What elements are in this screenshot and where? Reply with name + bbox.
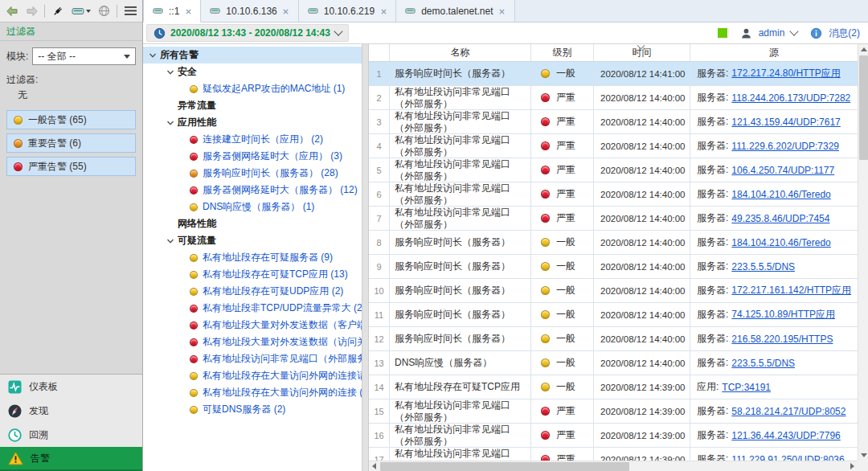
source-link[interactable]: 184.104.210.46/Teredo [731,189,830,200]
scroll-right-icon[interactable] [847,461,858,471]
source-link[interactable]: 184.104.210.46/Teredo [731,237,830,248]
table-row[interactable]: 6 私有地址段访问非常见端口（外部服务） 严重 2020/08/12 14:40… [369,182,858,207]
tree-item[interactable]: 私有地址段存在可疑UDP应用 (2) [143,283,362,300]
close-icon[interactable] [379,6,387,16]
severity-dot [541,334,550,343]
tree-item[interactable]: 服务响应时间长（服务器） (28) [143,165,362,182]
tree-item[interactable]: 连接建立时间长（应用） (2) [143,131,362,148]
tree-item[interactable]: 服务器侧网络延时大（应用） (3) [143,148,362,165]
tree-item[interactable]: 私有地址段访问非常见端口（外部服务） (47) [143,350,362,367]
horizontal-scrollbar[interactable] [369,461,858,471]
tree-item[interactable]: 安全 [143,63,362,80]
messages-link[interactable]: 消息(2) [829,27,860,40]
source-link[interactable]: 111.229.6.202/UDP:7329 [731,141,839,152]
tree-item[interactable]: 私有地址段存在可疑服务器 (9) [143,249,362,266]
table-header: 名称 级别 时间 源 [369,44,858,62]
tree-item[interactable]: 私有地址段非TCP/UDP流量异常大 (2) [143,300,362,317]
browser-tab[interactable]: 10.10.6.136 [201,0,298,22]
tree-item[interactable]: 可疑DNS服务器 (2) [143,401,362,418]
source-link[interactable]: 58.218.214.217/UDP:8052 [731,406,845,417]
table-row[interactable]: 16 私有地址段访问非常见端口（外部服务） 严重 2020/08/12 14:3… [369,424,858,448]
table-row[interactable]: 2 私有地址段访问非常见端口（外部服务） 严重 2020/08/12 14:40… [369,86,858,110]
source-link[interactable]: 121.43.159.44/UDP:7617 [731,117,840,128]
tree-item[interactable]: 疑似发起ARP攻击的MAC地址 (1) [143,80,362,97]
source-link[interactable]: 172.217.24.80/HTTP应用 [731,67,840,80]
source-link[interactable]: 172.217.161.142/HTTP应用 [731,284,851,297]
close-icon[interactable] [184,6,192,16]
source-link[interactable]: 49.235.8.46/UDP:7454 [731,213,829,224]
back-icon[interactable] [5,4,19,18]
source-link[interactable]: 111.229.91.250/UDP:8036 [731,454,844,461]
table-row[interactable]: 3 私有地址段访问非常见端口（外部服务） 严重 2020/08/12 14:40… [369,110,858,134]
column-header-name[interactable]: 名称 [390,44,531,61]
tree-item[interactable]: 私有地址段存在大量访问外网的连接 (1) [143,384,362,401]
table-row[interactable]: 9 服务响应时间长（服务器） 一般 2020/08/12 14:40:00 服务… [369,255,858,279]
tree-item[interactable]: 异常流量 [143,97,362,114]
scroll-left-icon[interactable] [369,461,379,471]
source-prefix: 服务器: [697,115,728,129]
table-row[interactable]: 4 私有地址段访问非常见端口（外部服务） 严重 2020/08/12 14:40… [369,134,858,158]
column-header-source[interactable]: 源 [690,44,858,61]
alert-filter-button-major-alarms[interactable]: 重要告警 (6) [6,133,136,153]
time-range-button[interactable]: 2020/08/12 13:43 - 2020/08/12 14:43 [146,24,349,42]
table-row[interactable]: 11 服务响应时间长（服务器） 一般 2020/08/12 14:40:00 服… [369,303,858,327]
source-link[interactable]: 223.5.5.5/DNS [731,261,795,272]
table-row[interactable]: 1 服务响应时间长（服务器） 一般 2020/08/12 14:41:00 服务… [369,62,858,86]
source-link[interactable]: TCP:34191 [722,382,771,393]
panel-splitter[interactable] [362,44,369,471]
alert-filter-button-critical-alarms[interactable]: 严重告警 (55) [6,157,136,176]
table-row[interactable]: 17 私有地址段访问非常见端口（外部服务） 严重 2020/08/12 14:3… [369,448,858,461]
table-row[interactable]: 13 DNS响应慢（服务器） 一般 2020/08/12 14:40:00 服务… [369,351,858,375]
capture-device-icon[interactable] [71,4,92,18]
column-header-level[interactable]: 级别 [531,44,594,61]
browser-tab[interactable]: demo.talenet.net [396,0,514,22]
tree-item[interactable]: 网络性能 [143,215,362,232]
tree-item[interactable]: 私有地址段存在可疑TCP应用 (13) [143,266,362,283]
source-link[interactable]: 74.125.10.89/HTTP应用 [731,308,835,322]
browser-tab[interactable]: 10.10.6.219 [299,0,396,22]
close-icon[interactable] [282,6,290,16]
table-row[interactable]: 14 私有地址段存在可疑TCP应用 一般 2020/08/12 14:39:00… [369,375,858,399]
nav-item-playback[interactable]: 回溯 [0,423,142,447]
tree-item[interactable]: 私有地址段大量对外发送数据（客户端） (1) [143,317,362,334]
severity-dot [541,455,550,461]
plug-icon[interactable] [51,4,65,18]
tree-item[interactable]: DNS响应慢（服务器） (1) [143,199,362,215]
scroll-down-icon[interactable] [858,450,868,461]
alert-filter-button-normal-alarms[interactable]: 一般告警 (65) [6,110,136,129]
source-link[interactable]: 106.4.250.74/UDP:1177 [731,165,834,176]
tree-item[interactable]: 私有地址段大量对外发送数据（访问关系） (1) [143,334,362,350]
source-link[interactable]: 121.36.44.243/UDP:7796 [731,430,840,441]
module-select[interactable]: -- 全部 -- [32,47,136,65]
tree-item[interactable]: 私有地址段存在大量访问外网的连接请求 (1) [143,367,362,384]
nav-item-discover[interactable]: 发现 [0,399,142,423]
column-header-time[interactable]: 时间 [594,44,690,61]
globe-icon[interactable] [97,4,112,18]
close-icon[interactable] [498,6,506,16]
source-link[interactable]: 118.244.206.173/UDP:7282 [731,92,850,104]
tree-item[interactable]: 应用性能 [143,114,362,131]
tree-item[interactable]: 可疑流量 [143,232,362,249]
user-menu[interactable]: admin [759,27,785,39]
table-row[interactable]: 10 服务响应时间长（服务器） 一般 2020/08/12 14:40:00 服… [369,279,858,303]
table-row[interactable]: 15 私有地址段访问非常见端口（外部服务） 严重 2020/08/12 14:3… [369,399,858,424]
table-row[interactable]: 5 私有地址段访问非常见端口（外部服务） 严重 2020/08/12 14:40… [369,158,858,182]
forward-icon[interactable] [25,4,39,18]
table-row[interactable]: 8 服务响应时间长（服务器） 一般 2020/08/12 14:40:00 服务… [369,231,858,255]
table-row[interactable]: 7 私有地址段访问非常见端口（外部服务） 严重 2020/08/12 14:40… [369,207,858,231]
browser-tab[interactable]: ::1 [143,0,201,23]
nav-item-dashboard[interactable]: 仪表板 [0,375,142,399]
table-row[interactable]: 12 服务响应时间长（服务器） 一般 2020/08/12 14:40:00 服… [369,327,858,351]
menu-icon[interactable] [123,4,137,18]
tree-item-label: 服务器侧网络延时大（应用） (3) [203,149,342,163]
nav-item-alerts[interactable]: 告警 [0,447,142,471]
severity-dot [541,238,550,247]
vertical-scroll-thumb[interactable] [859,55,868,160]
horizontal-scroll-thumb[interactable] [380,462,629,471]
source-link[interactable]: 216.58.220.195/HTTPS [731,334,833,345]
scroll-up-icon[interactable] [858,44,868,55]
source-link[interactable]: 223.5.5.5/DNS [731,358,795,369]
vertical-scrollbar[interactable] [858,44,868,461]
tree-item[interactable]: 服务器侧网络延时大（服务器） (12) [143,182,362,199]
tree-item[interactable]: 所有告警 [143,47,362,63]
